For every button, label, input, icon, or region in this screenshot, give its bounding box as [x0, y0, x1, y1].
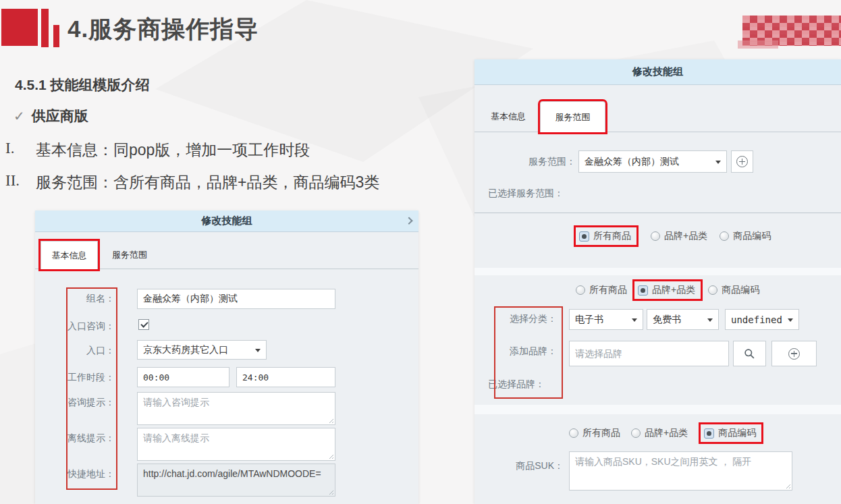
radio-icon [576, 285, 585, 295]
radio-label: 商品编码 [722, 284, 759, 296]
entry-consult-checkbox[interactable] [138, 319, 149, 330]
radio-product-code[interactable]: 商品编码 [708, 284, 759, 296]
radio-checked-icon [704, 428, 714, 439]
radio-brand-category[interactable]: 品牌+品类 [651, 230, 707, 242]
scope-type-radio-group-2: 所有商品 品牌+品类 商品编码 [576, 279, 759, 301]
circle-plus-icon [736, 156, 748, 167]
annotation-box-labels [66, 287, 117, 490]
sku-field [569, 451, 792, 491]
select-value: undefined [731, 314, 782, 325]
radio-label: 品牌+品类 [652, 284, 695, 296]
list-item: II. 服务范围：含所有商品，品牌+品类，商品编码3类 [5, 172, 379, 193]
check-icon: ✓ [13, 108, 25, 124]
radio-label: 品牌+品类 [664, 230, 707, 242]
radio-label: 商品编码 [733, 230, 771, 242]
add-scope-button[interactable] [731, 150, 753, 173]
radio-brand-category[interactable]: 品牌+品类 [638, 284, 695, 296]
tab-basic-info[interactable]: 基本信息 [488, 101, 528, 132]
tab-label: 基本信息 [491, 111, 526, 123]
chevron-down-icon [715, 161, 721, 167]
radio-all-products[interactable]: 所有商品 [576, 284, 627, 296]
radio-label: 所有商品 [593, 230, 631, 242]
dialog-title: 修改技能组 [632, 65, 683, 78]
radio-label: 品牌+品类 [645, 427, 688, 439]
radio-icon [631, 428, 641, 438]
list-marker: II. [5, 172, 36, 193]
field-label-sku: 商品SUK： [474, 460, 564, 472]
chevron-down-icon [707, 318, 713, 325]
field-label-add-brand: 添加品牌： [474, 345, 557, 358]
brand-search-button[interactable] [733, 341, 766, 366]
modify-skill-group-dialog-basic: 修改技能组 基本信息 服务范围 组名： 入口咨询： 入口： 工作时段： 咨询提示… [35, 211, 418, 504]
chevron-down-icon [788, 318, 793, 325]
scope-type-radio-group-1: 所有商品 品牌+品类 商品编码 [574, 225, 771, 247]
scope-type-radio-group-3: 所有商品 品牌+品类 商品编码 [569, 422, 763, 444]
radio-checked-icon [579, 231, 589, 242]
radio-product-code[interactable]: 商品编码 [704, 427, 756, 439]
quick-url-field: http://chat.jd.com/agile/MTAwNDMOODE= [137, 464, 335, 497]
radio-label: 所有商品 [582, 427, 620, 439]
radio-product-code[interactable]: 商品编码 [720, 230, 771, 242]
group-name-input[interactable] [137, 289, 335, 309]
field-label-quick-url: 快捷地址： [35, 468, 115, 480]
dialog-header: 修改技能组 [35, 211, 418, 232]
field-label-category: 选择分类： [474, 313, 557, 325]
list-text: 基本信息：同pop版，增加一项工作时段 [36, 140, 310, 161]
scope-select[interactable]: 金融众筹（内部）测试 [578, 150, 727, 173]
category-select-3[interactable]: undefined [725, 309, 799, 330]
radio-icon [651, 231, 660, 241]
field-label-scope: 服务范围： [474, 156, 576, 168]
consult-tip-field [137, 392, 335, 425]
radio-icon [720, 231, 729, 241]
dialog-title: 修改技能组 [202, 215, 252, 227]
brand-bar-icon [41, 9, 49, 47]
radio-icon [708, 285, 717, 295]
offline-tip-field [137, 428, 335, 461]
select-value: 免费书 [653, 314, 681, 326]
radio-brand-category[interactable]: 品牌+品类 [631, 427, 688, 439]
brand-block-icon [1, 9, 38, 46]
field-label-offline-tip: 离线提示： [35, 432, 115, 445]
sku-textarea[interactable] [570, 452, 792, 490]
consult-tip-textarea[interactable] [138, 393, 335, 424]
search-icon [744, 348, 755, 360]
brand-add-button[interactable] [771, 341, 817, 366]
work-time-start-input[interactable] [137, 367, 229, 387]
check-row: ✓ 供应商版 [13, 107, 88, 125]
category-select-2[interactable]: 免费书 [647, 309, 719, 330]
selected-scope-label: 已选择服务范围： [488, 188, 564, 200]
tab-label: 基本信息 [52, 250, 87, 262]
list-item: I. 基本信息：同pop版，增加一项工作时段 [5, 140, 310, 161]
radio-icon [569, 428, 578, 438]
category-select-1[interactable]: 电子书 [569, 309, 643, 330]
tab-label: 服务范围 [112, 249, 147, 261]
field-label-group-name: 组名： [35, 293, 115, 305]
tab-basic-info[interactable]: 基本信息 [40, 241, 98, 269]
quick-url-textarea[interactable]: http://chat.jd.com/agile/MTAwNDMOODE= [138, 464, 335, 496]
scope-select-value: 金融众筹（内部）测试 [585, 156, 679, 168]
radio-label: 商品编码 [718, 427, 756, 439]
work-time-end-input[interactable] [236, 367, 335, 387]
entry-select[interactable]: 京东大药房其它入口 [137, 340, 267, 360]
chevron-right-icon[interactable] [405, 217, 412, 224]
list-text: 服务范围：含所有商品，品牌+品类，商品编码3类 [36, 172, 379, 193]
tab-service-scope[interactable]: 服务范围 [540, 101, 605, 132]
section-heading: 4.5.1 技能组模版介绍 [15, 76, 150, 94]
radio-all-products[interactable]: 所有商品 [579, 230, 631, 242]
chevron-down-icon [632, 318, 637, 325]
annotation-box-product-code: 商品编码 [699, 422, 763, 444]
radio-all-products[interactable]: 所有商品 [569, 427, 620, 439]
offline-tip-textarea[interactable] [138, 428, 335, 460]
field-label-consult-tip: 咨询提示： [35, 397, 115, 409]
brand-search-input[interactable] [569, 341, 729, 366]
check-label: 供应商版 [32, 107, 88, 125]
annotation-box-brand-category: 品牌+品类 [632, 279, 703, 301]
list-marker: I. [5, 140, 36, 161]
redacted-logo-tail [738, 40, 778, 49]
field-label-work-time: 工作时段： [35, 372, 115, 384]
chevron-down-icon [255, 349, 261, 355]
field-label-entry-consult: 入口咨询： [35, 320, 115, 333]
select-value: 电子书 [575, 314, 603, 326]
dialog-header: 修改技能组 [474, 59, 841, 85]
tab-service-scope[interactable]: 服务范围 [108, 241, 151, 269]
